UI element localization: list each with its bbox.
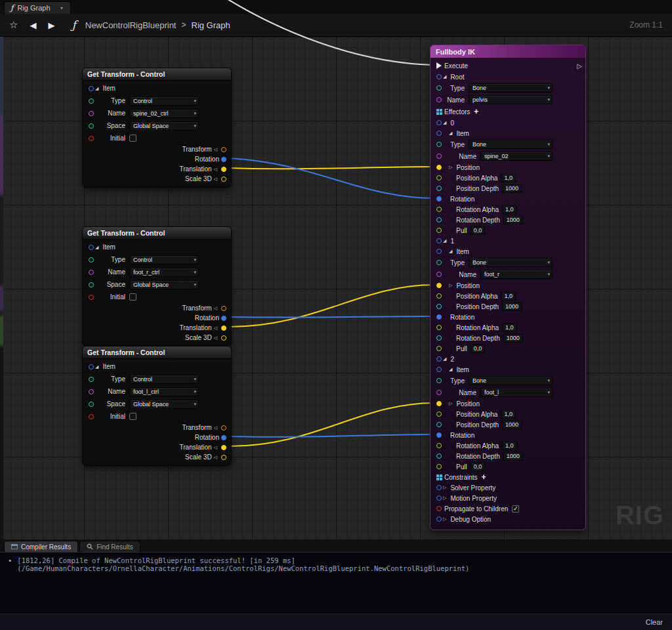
execute-output-pin[interactable]: ▷ [577,62,582,70]
node-title[interactable]: Get Transform - Control [83,346,231,359]
root-name-pin[interactable] [436,97,442,102]
expander-icon[interactable]: ▷ [443,485,446,490]
name-pin[interactable] [436,272,442,277]
rotation-depth-input[interactable]: 1000 [503,452,523,461]
initial-checkbox[interactable] [129,413,136,420]
node-title[interactable]: Get Transform - Control [83,227,231,240]
tab-rig-graph[interactable]: ƒ Rig Graph ▼ [4,1,71,14]
collapse-icon[interactable]: ◁ [214,147,217,152]
expander-icon[interactable]: ▷ [443,516,446,522]
position-depth-pin[interactable] [436,304,442,309]
expander-icon[interactable]: ▷ [449,165,452,170]
debug-option-pin[interactable] [436,516,442,522]
type-pin[interactable] [89,257,94,262]
position-depth-input[interactable]: 1000 [502,184,522,193]
propagate-checkbox[interactable] [512,505,519,513]
transform-pin[interactable] [221,147,226,152]
transform-pin[interactable] [221,306,226,311]
name-pin[interactable] [436,390,442,395]
rotation-depth-input[interactable]: 1000 [503,334,523,343]
root-pin[interactable] [436,74,442,79]
position-pin[interactable] [436,283,442,288]
space-dropdown[interactable]: Global Space▾ [129,400,199,409]
chevron-down-icon[interactable]: ▼ [60,6,64,10]
item-pin[interactable] [436,249,442,254]
motion-property-pin[interactable] [436,495,442,501]
tab-find-results[interactable]: Find Results [79,541,140,552]
type-dropdown[interactable]: Control▾ [129,96,199,106]
translation-pin[interactable] [221,167,226,172]
node-get-transform-control-2[interactable]: Get Transform - Control ◢Item TypeContro… [82,226,232,346]
node-fullbody-ik[interactable]: Fullbody IK Execute ▷ ◢Root TypeBone▾ Na… [430,45,586,530]
type-dropdown[interactable]: Bone▾ [469,258,553,267]
rotation-depth-pin[interactable] [436,453,442,459]
pull-pin[interactable] [436,346,442,351]
rotation-alpha-input[interactable]: 1,0 [502,324,517,332]
type-dropdown[interactable]: Control▾ [129,375,199,384]
rotation-pin[interactable] [221,435,226,440]
collapse-icon[interactable]: ◁ [214,306,217,311]
transform-pin[interactable] [221,425,226,430]
position-depth-input[interactable]: 1000 [502,303,522,311]
rotation-depth-pin[interactable] [436,217,442,222]
favorite-star-icon[interactable]: ☆ [9,19,18,31]
expander-icon[interactable]: ◢ [449,249,452,254]
expander-icon[interactable]: ◢ [449,367,452,372]
initial-checkbox[interactable] [129,135,136,142]
pull-input[interactable]: 0,0 [471,345,486,353]
initial-pin[interactable] [89,414,94,419]
type-pin[interactable] [89,98,94,104]
pull-input[interactable]: 0,0 [471,463,486,471]
initial-checkbox[interactable] [129,293,136,301]
expander-icon[interactable]: ◢ [443,356,446,362]
position-pin[interactable] [436,165,442,170]
propagate-pin[interactable] [436,506,442,511]
effector-pin[interactable] [436,356,442,362]
position-depth-pin[interactable] [436,186,442,191]
position-depth-input[interactable]: 1000 [502,421,522,429]
effector-pin[interactable] [436,238,442,243]
name-pin[interactable] [89,111,94,116]
item-pin[interactable] [89,364,94,369]
collapse-icon[interactable]: ◁ [214,425,217,430]
rotation-alpha-pin[interactable] [436,207,442,212]
position-alpha-pin[interactable] [436,175,442,180]
expander-icon[interactable]: ◢ [449,131,452,136]
name-dropdown[interactable]: spine_02▾ [480,152,553,161]
rotation-depth-pin[interactable] [436,335,442,341]
position-alpha-pin[interactable] [436,293,442,299]
rotation-alpha-input[interactable]: 1,0 [502,442,517,450]
scale-pin[interactable] [221,455,226,460]
expander-icon[interactable]: ◢ [443,238,446,243]
expander-icon[interactable]: ▷ [443,495,446,501]
translation-pin[interactable] [221,326,226,331]
tab-compiler-results[interactable]: Compiler Results [4,541,78,552]
expander-icon[interactable]: ◢ [443,120,446,125]
position-pin[interactable] [436,401,442,406]
name-dropdown[interactable]: foot_r▾ [480,270,553,279]
type-dropdown[interactable]: Control▾ [129,255,199,264]
name-dropdown[interactable]: foot_l_ctrl▾ [129,387,199,396]
rotation-pin[interactable] [436,314,442,320]
type-pin[interactable] [436,142,442,147]
scale-pin[interactable] [221,335,226,341]
root-type-pin[interactable] [436,85,442,91]
position-alpha-input[interactable]: 1,0 [501,410,516,419]
item-pin[interactable] [436,367,442,372]
space-pin[interactable] [89,402,94,407]
node-get-transform-control-1[interactable]: Get Transform - Control ◢ Item Type Cont… [82,68,232,188]
type-dropdown[interactable]: Bone▾ [469,140,553,149]
back-arrow-icon[interactable]: ◀ [30,20,36,30]
type-pin[interactable] [436,378,442,383]
initial-pin[interactable] [89,136,94,141]
expander-icon[interactable]: ◢ [95,86,98,91]
type-pin[interactable] [89,377,94,382]
name-dropdown[interactable]: foot_l▾ [480,388,553,397]
item-pin[interactable] [89,86,94,91]
rotation-pin[interactable] [436,432,442,438]
breadcrumb-root[interactable]: NewControlRigBlueprint [85,20,177,30]
collapse-icon[interactable]: ◁ [214,177,217,182]
forward-arrow-icon[interactable]: ▶ [48,20,54,30]
collapse-icon[interactable]: ◁ [214,445,217,450]
breadcrumb-current[interactable]: Rig Graph [192,20,230,30]
